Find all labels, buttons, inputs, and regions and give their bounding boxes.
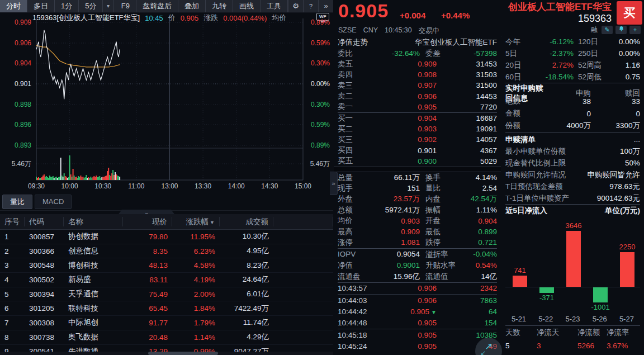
stat-label: 最高 — [338, 227, 369, 237]
ask-row[interactable]: 卖五0.90931453 — [338, 59, 497, 69]
collapse-handle[interactable]: » — [119, 210, 174, 214]
x-axis-time-label: 09:30 — [24, 182, 49, 190]
stat-label: 振幅 — [420, 205, 463, 215]
column-header-3[interactable]: 现价 — [123, 217, 172, 226]
indicator-tab-1[interactable]: MACD — [35, 195, 72, 209]
price-change-pct: +0.44% — [441, 11, 470, 20]
tick-time: 10:43:57 — [338, 284, 378, 292]
price-line — [36, 30, 120, 99]
ask-row[interactable]: 卖二0.90614453 — [338, 91, 497, 102]
flow-summary-value: 5 — [505, 342, 537, 350]
redeem-value: 申购赎回皆允许 — [566, 170, 640, 180]
ask-row[interactable]: 卖四0.90831503 — [338, 69, 497, 80]
x-axis-time-label: 10:30 — [91, 182, 115, 190]
tick-row: 10:45:180.90510385 — [338, 329, 497, 340]
x-axis-time-label: 13:00 — [158, 182, 182, 190]
stat-value: 4.14% — [463, 173, 497, 182]
ask-level-label: 卖四 — [338, 70, 369, 80]
section-gap — [334, 167, 501, 172]
table-row[interactable]: 6301205联特科技65.451.84%7422.49万 — [0, 301, 333, 316]
volume-axis-label-left: 5.46万 — [2, 160, 31, 168]
table-cell: 10.30亿 — [220, 231, 273, 242]
flow-title: 近5日净流入 — [505, 206, 547, 216]
table-row[interactable]: 4300502新易盛83.114.19%24.64亿 — [0, 273, 333, 287]
table-cell: 48.13 — [123, 261, 172, 269]
column-header-4[interactable]: 涨跌幅▼ — [172, 217, 220, 226]
perf-label: 60日 — [505, 72, 533, 82]
table-cell: 8 — [0, 333, 25, 342]
instrument-code: 159363 — [508, 13, 612, 25]
column-header-5[interactable]: 成交额 — [220, 217, 273, 226]
stat-value: 42.54万 — [463, 194, 497, 204]
edit-icon[interactable]: ✎ — [602, 26, 613, 34]
table-cell: 天孚通信 — [64, 289, 123, 299]
bid-row[interactable]: 买三0.90214057 — [338, 134, 497, 145]
ask-row[interactable]: 卖三0.90731500 — [338, 80, 497, 91]
panel-expand-handle[interactable]: » — [330, 172, 338, 195]
x-axis-time-label: 15:00 — [291, 182, 315, 190]
stat-row: 最高0.909最低0.899 — [338, 226, 497, 237]
table-cell: 6 — [0, 304, 25, 313]
stat-value: 0.904 — [463, 217, 497, 225]
column-header-1[interactable]: 代码 — [25, 217, 64, 226]
table-row[interactable]: 2300366创意信息8.356.23%4.95亿 — [0, 244, 333, 259]
ask-row[interactable]: 卖一0.9057720 — [338, 102, 497, 112]
bid-row[interactable]: 买四0.9014367 — [338, 145, 497, 156]
table-header-row: 序号代码名称现价涨跌幅▼成交额 — [0, 214, 333, 230]
column-header-0[interactable]: 序号 — [0, 217, 25, 226]
table-cell: 奥飞数据 — [64, 332, 123, 342]
table-cell: 2 — [0, 247, 25, 255]
tick-down-arrow-icon: ▼ — [431, 309, 437, 315]
trading-terminal: 分时多日1分5分▾F9盘前盘后叠加九转画线工具⚙?» 159363[创业板人工智… — [0, 0, 644, 355]
scrollbar-thumb[interactable] — [148, 352, 218, 355]
ask-price: 0.908 — [369, 70, 437, 79]
arrow-up-right-icon: ↗ — [485, 340, 493, 352]
flow-summary-value: 3.67% — [607, 342, 640, 350]
performance-row: 20日2.72%52周高1.16 — [505, 59, 640, 71]
tick-time: 10:45:24 — [338, 342, 378, 351]
table-cell: 创意信息 — [64, 246, 123, 256]
bid-row[interactable]: 买二0.90319091 — [338, 124, 497, 134]
valuation-label: 净值 — [338, 261, 369, 271]
sort-desc-icon: ▼ — [210, 220, 215, 225]
table-row[interactable]: 5300394天孚通信75.492.00%6.01亿 — [0, 287, 333, 302]
table-row[interactable]: 7300308中际旭创91.771.79%11.74亿 — [0, 316, 333, 330]
flow-bar — [513, 276, 527, 287]
intraday-chart[interactable]: 0.9090.9060.9040.9010.8980.8960.8930.89%… — [0, 0, 333, 192]
table-cell: 8.35 — [123, 247, 172, 255]
weibi-label: 委比 — [338, 49, 369, 59]
add-icon[interactable]: + — [629, 26, 641, 34]
stat-value: 0.909 — [369, 228, 420, 236]
y-axis-price-label: 0.898 — [2, 101, 31, 108]
table-row[interactable]: 1300857协创数据79.8011.95%10.30亿 — [0, 230, 333, 244]
redeem-label: T日预估现金差额 — [505, 182, 563, 192]
tick-price: 0.905 — [378, 319, 437, 327]
tick-row: 10:45:300.905151 — [338, 352, 497, 355]
bid-volume: 16687 — [437, 114, 497, 122]
stat-value: 0.721 — [463, 238, 497, 247]
x-axis-time-label: 13:30 — [191, 182, 215, 190]
table-cell: 6.23% — [172, 247, 220, 255]
table-cell: 300502 — [25, 276, 64, 284]
perf-label: 52周高 — [574, 60, 613, 70]
table-cell: 4.29亿 — [220, 332, 273, 342]
y-axis-price-label: 0.896 — [2, 121, 31, 129]
column-header-2[interactable]: 名称 — [64, 217, 123, 226]
subscription-row: 笔数3833 — [505, 95, 640, 107]
column-header-spacer — [273, 217, 333, 226]
quote-header: 0.905 +0.004 +0.44% 创业板人工智能ETF华宝 159363 … — [334, 0, 644, 36]
nav-tab-netvalue[interactable]: 净值走势 — [338, 37, 415, 48]
buy-button[interactable]: 买 — [617, 1, 642, 25]
flow-unit: 单位(万元) — [547, 206, 640, 216]
horizontal-scrollbar[interactable] — [0, 352, 333, 355]
bid-row[interactable]: 买一0.90416687 — [338, 113, 497, 124]
valuation-label: 升贴水率 — [420, 261, 463, 271]
indicator-tab-0[interactable]: 量比 — [2, 195, 32, 209]
bid-row[interactable]: 买五0.9005029 — [338, 156, 497, 167]
table-cell: 11.95% — [172, 233, 220, 241]
table-row[interactable]: 8300738奥飞数据20.481.14%4.29亿 — [0, 330, 333, 345]
table-row[interactable]: 3300548博创科技48.134.58%8.23亿 — [0, 258, 333, 273]
redeem-label: 最小申赎单位份额 — [505, 146, 566, 157]
alert-bell-icon[interactable] — [615, 26, 627, 34]
redeem-list-more[interactable]: ... — [536, 135, 640, 144]
